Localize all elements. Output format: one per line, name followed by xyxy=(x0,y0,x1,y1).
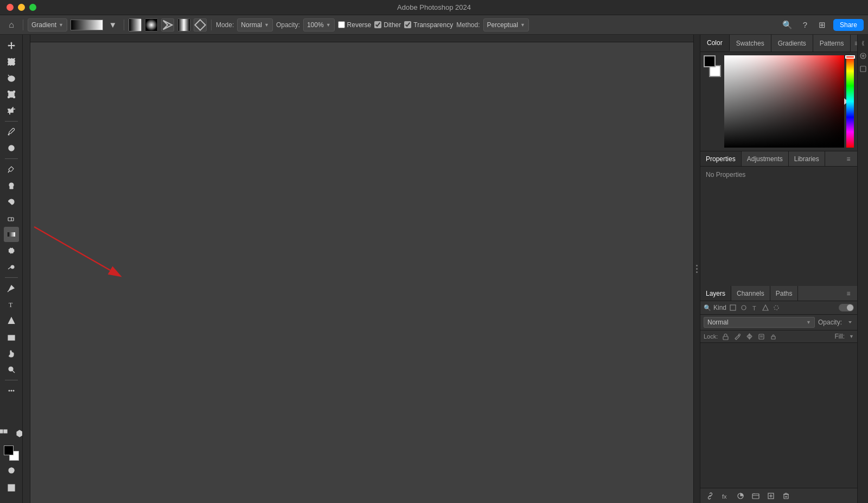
tab-patterns[interactable]: Patterns xyxy=(813,35,851,52)
edit-toolbar-btn2[interactable] xyxy=(12,426,23,441)
panel-icon-1[interactable] xyxy=(858,51,868,61)
eyedropper-tool[interactable] xyxy=(4,124,19,139)
gradient-dropdown[interactable]: Gradient ▼ xyxy=(28,18,67,31)
gradient-radial-btn[interactable] xyxy=(145,18,158,31)
filter-adjustment-icon[interactable] xyxy=(739,303,748,312)
add-link-icon[interactable] xyxy=(705,491,716,501)
layers-filter-bar: 🔍 Kind T xyxy=(700,301,857,315)
minimize-button[interactable] xyxy=(18,4,25,11)
lock-all-icon[interactable] xyxy=(769,332,777,341)
color-foreground-chip[interactable] xyxy=(704,55,716,67)
layers-lock-bar: Lock: Fill: ▼ xyxy=(700,330,857,343)
svg-rect-5 xyxy=(8,59,15,65)
close-button[interactable] xyxy=(7,4,14,11)
tab-channels[interactable]: Channels xyxy=(731,286,770,301)
properties-panel-menu-icon[interactable]: ≡ xyxy=(843,154,854,164)
filter-text-icon[interactable]: T xyxy=(750,303,759,312)
gradient-diamond-btn[interactable] xyxy=(194,18,207,31)
delete-layer-icon[interactable] xyxy=(781,491,792,501)
opacity-arrow-icon[interactable] xyxy=(846,319,854,326)
panel-icon-2[interactable] xyxy=(858,64,868,74)
layers-panel-menu-icon[interactable]: ≡ xyxy=(843,288,854,299)
gradient-options-icon[interactable]: ▼ xyxy=(106,18,119,31)
panel-toggle-icon[interactable]: ⊞ xyxy=(816,18,829,31)
gradient-linear-btn[interactable] xyxy=(129,18,142,31)
color-hue-slider[interactable] xyxy=(846,55,854,148)
filter-pixel-icon[interactable] xyxy=(729,303,737,312)
move-tool[interactable] xyxy=(4,38,19,53)
filter-shape-icon[interactable] xyxy=(761,303,770,312)
tab-layers[interactable]: Layers xyxy=(700,286,731,301)
canvas-content[interactable] xyxy=(30,42,700,503)
gradient-preview[interactable] xyxy=(71,20,103,30)
layers-list[interactable] xyxy=(700,343,857,488)
tab-adjustments[interactable]: Adjustments xyxy=(742,151,789,166)
mode-label: Mode: xyxy=(216,21,234,29)
eraser-tool[interactable] xyxy=(4,211,19,226)
mode-dropdown[interactable]: Normal ▼ xyxy=(237,18,273,31)
create-layer-icon[interactable] xyxy=(765,491,776,501)
help-icon[interactable]: ? xyxy=(799,18,812,31)
lock-move-icon[interactable] xyxy=(745,332,754,341)
panel-collapse-handle[interactable] xyxy=(693,35,700,503)
blur-tool[interactable] xyxy=(4,243,19,258)
fill-arrow-icon[interactable]: ▼ xyxy=(849,334,854,339)
home-button[interactable]: ⌂ xyxy=(4,18,18,32)
reverse-checkbox[interactable] xyxy=(338,21,345,28)
quick-mask-btn[interactable] xyxy=(4,463,19,478)
lock-transparency-icon[interactable] xyxy=(721,332,730,341)
transform-tool[interactable] xyxy=(4,87,19,102)
text-tool[interactable]: T xyxy=(4,297,19,312)
tab-libraries[interactable]: Libraries xyxy=(789,151,825,166)
search-icon[interactable]: 🔍 xyxy=(781,18,794,31)
path-select-tool[interactable] xyxy=(4,313,19,328)
zoom-tool[interactable] xyxy=(4,362,19,377)
brush-tool[interactable] xyxy=(4,162,19,177)
screen-mode-btn[interactable] xyxy=(4,480,19,495)
layers-bottom-bar: fx xyxy=(700,488,857,503)
lasso-tool[interactable] xyxy=(4,71,19,86)
svg-point-54 xyxy=(738,334,740,335)
heal-tool[interactable] xyxy=(4,141,19,156)
layers-filter-toggle[interactable] xyxy=(839,304,854,311)
add-fx-icon[interactable]: fx xyxy=(720,491,731,501)
create-group-icon[interactable] xyxy=(750,491,761,501)
dodge-tool[interactable] xyxy=(4,259,19,275)
tab-color[interactable]: Color xyxy=(700,35,730,52)
tab-swatches[interactable]: Swatches xyxy=(730,35,771,52)
reverse-group: Reverse xyxy=(338,21,372,29)
svg-text:fx: fx xyxy=(722,493,727,500)
dither-checkbox[interactable] xyxy=(374,21,381,28)
edit-toolbar-btn1[interactable] xyxy=(0,426,11,441)
share-button[interactable]: Share xyxy=(833,19,864,31)
lock-paint-icon[interactable] xyxy=(733,332,742,341)
method-arrow-icon: ▼ xyxy=(520,22,525,28)
add-mask-icon[interactable] xyxy=(735,491,746,501)
foreground-color-swatch[interactable] xyxy=(4,445,14,455)
shape-tool[interactable] xyxy=(4,329,19,345)
more-tools-btn[interactable] xyxy=(4,383,19,398)
filter-smart-icon[interactable] xyxy=(772,303,781,312)
maximize-button[interactable] xyxy=(29,4,36,11)
marquee-tool[interactable] xyxy=(4,54,19,69)
panel-collapse-top-icon[interactable]: ⟪ xyxy=(858,38,868,48)
gradient-reflected-btn[interactable] xyxy=(177,18,190,31)
gradient-tool[interactable] xyxy=(4,227,19,242)
opacity-dropdown[interactable]: 100% ▼ xyxy=(303,18,335,31)
method-dropdown[interactable]: Perceptual ▼ xyxy=(483,18,529,31)
history-brush-tool[interactable] xyxy=(4,194,19,209)
tab-gradients[interactable]: Gradients xyxy=(771,35,813,52)
tab-paths[interactable]: Paths xyxy=(770,286,799,301)
blend-mode-dropdown[interactable]: Normal ▼ xyxy=(704,317,815,328)
hand-tool[interactable] xyxy=(4,346,19,361)
pen-tool[interactable] xyxy=(4,281,19,296)
reverse-label: Reverse xyxy=(347,21,372,29)
crop-tool[interactable] xyxy=(4,103,19,118)
stamp-tool[interactable] xyxy=(4,178,19,193)
transparency-checkbox[interactable] xyxy=(404,21,411,28)
gradient-angle-btn[interactable] xyxy=(161,18,174,31)
color-picker-content xyxy=(700,52,857,151)
lock-artboard-icon[interactable] xyxy=(757,332,765,341)
color-field[interactable] xyxy=(724,55,844,148)
tab-properties[interactable]: Properties xyxy=(700,151,742,166)
